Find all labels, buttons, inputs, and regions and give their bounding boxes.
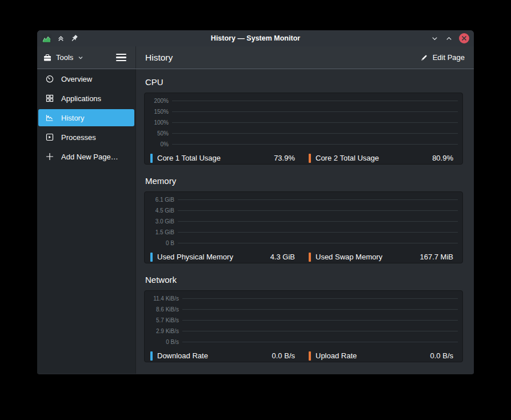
gridline <box>182 298 458 299</box>
tools-menu-button[interactable]: Tools <box>43 53 84 62</box>
y-tick-label: 100% <box>149 119 172 126</box>
network-legend: Download Rate 0.0 B/s Upload Rate 0.0 B/… <box>149 350 458 362</box>
edit-page-button[interactable]: Edit Page <box>420 53 465 62</box>
memory-plot: 6.1 GiB 4.5 GiB 3.0 GiB 1.5 GiB 0 B <box>149 194 458 249</box>
gridline <box>178 232 458 233</box>
sidebar-item-processes[interactable]: Processes <box>38 129 134 146</box>
y-tick-label: 4.5 GiB <box>149 207 178 214</box>
tools-label: Tools <box>56 53 73 62</box>
sidebar-item-add-new-page[interactable]: Add New Page… <box>38 148 134 165</box>
sidebar: Overview Applications <box>37 69 136 374</box>
system-monitor-window: History — System Monitor <box>37 30 474 374</box>
legend-item: Core 1 Total Usage 73.9% <box>150 152 298 164</box>
gridline <box>178 199 458 200</box>
network-chart-card: 11.4 KiB/s 8.6 KiB/s 5.7 KiB/s 2.9 KiB/s… <box>144 290 463 362</box>
series-marker <box>309 253 311 262</box>
gridline <box>172 101 458 101</box>
minimize-button[interactable] <box>430 34 439 43</box>
sidebar-toolbar: Tools <box>37 46 136 69</box>
series-marker <box>150 253 153 262</box>
sidebar-item-history[interactable]: History <box>38 109 134 126</box>
cpu-plot: 200% 150% 100% 50% 0% <box>149 95 458 150</box>
memory-legend: Used Physical Memory 4.3 GiB Used Swap M… <box>149 251 458 263</box>
legend-item: Download Rate 0.0 B/s <box>150 350 298 362</box>
sidebar-item-label: Applications <box>61 94 101 103</box>
y-tick-label: 50% <box>149 130 172 137</box>
legend-item: Used Physical Memory 4.3 GiB <box>150 251 298 263</box>
series-marker <box>150 351 153 361</box>
y-tick-label: 0% <box>149 141 172 147</box>
series-value: 4.3 GiB <box>270 253 298 261</box>
y-tick-label: 11.4 KiB/s <box>149 295 182 302</box>
chevron-down-icon <box>77 54 84 61</box>
gridline <box>182 331 458 331</box>
cpu-legend: Core 1 Total Usage 73.9% Core 2 Total Us… <box>149 152 458 164</box>
pencil-icon <box>420 53 429 62</box>
series-value: 80.9% <box>432 154 457 162</box>
memory-section-title: Memory <box>145 176 463 186</box>
sidebar-item-label: Add New Page… <box>61 153 118 161</box>
gridline <box>172 133 458 134</box>
sidebar-item-overview[interactable]: Overview <box>38 70 134 87</box>
sidebar-item-label: History <box>61 114 84 122</box>
y-tick-label: 1.5 GiB <box>149 229 178 235</box>
y-tick-label: 150% <box>149 109 172 115</box>
y-tick-label: 6.1 GiB <box>149 197 178 203</box>
y-tick-label: 200% <box>149 98 172 104</box>
gridline <box>172 111 458 112</box>
gridline <box>178 243 458 243</box>
y-tick-label: 2.9 KiB/s <box>149 328 182 334</box>
process-icon <box>45 133 54 142</box>
page-header: History Edit Page <box>136 46 474 69</box>
series-name: Download Rate <box>157 351 208 360</box>
history-page: CPU 200% 150% 100% 50% 0% Core 1 Total U… <box>136 69 474 374</box>
page-title: History <box>145 53 173 63</box>
close-button[interactable] <box>459 33 469 43</box>
sidebar-item-label: Processes <box>61 133 96 142</box>
network-section: Network 11.4 KiB/s 8.6 KiB/s 5.7 KiB/s 2… <box>144 275 463 362</box>
toolbar: Tools History Edit P <box>37 46 474 69</box>
memory-section: Memory 6.1 GiB 4.5 GiB 3.0 GiB 1.5 GiB 0… <box>144 176 463 263</box>
gridline <box>172 144 458 145</box>
series-marker <box>309 351 311 361</box>
gridline <box>182 342 458 342</box>
legend-item: Core 2 Total Usage 80.9% <box>309 152 457 164</box>
app-grid-icon <box>45 94 54 103</box>
edit-page-label: Edit Page <box>433 53 465 62</box>
cpu-section-title: CPU <box>145 77 463 87</box>
gridline <box>178 210 458 211</box>
network-plot: 11.4 KiB/s 8.6 KiB/s 5.7 KiB/s 2.9 KiB/s… <box>149 293 458 347</box>
y-tick-label: 8.6 KiB/s <box>149 306 182 313</box>
y-tick-label: 5.7 KiB/s <box>149 317 182 323</box>
legend-item: Upload Rate 0.0 B/s <box>309 350 457 362</box>
cpu-chart-card: 200% 150% 100% 50% 0% Core 1 Total Usage… <box>144 93 463 165</box>
keep-above-icon[interactable] <box>57 34 65 43</box>
series-value: 167.7 MiB <box>420 253 457 261</box>
gridline <box>182 320 458 321</box>
series-value: 0.0 B/s <box>272 351 298 360</box>
series-name: Used Physical Memory <box>157 253 233 261</box>
titlebar[interactable]: History — System Monitor <box>37 30 474 46</box>
y-tick-label: 0 B <box>149 240 178 246</box>
series-value: 0.0 B/s <box>430 351 457 360</box>
maximize-button[interactable] <box>445 34 453 43</box>
cpu-section: CPU 200% 150% 100% 50% 0% Core 1 Total U… <box>144 77 463 165</box>
series-name: Core 2 Total Usage <box>316 154 379 162</box>
y-tick-label: 3.0 GiB <box>149 218 178 225</box>
hamburger-menu-icon[interactable] <box>114 51 129 64</box>
line-chart-icon <box>45 113 54 122</box>
plus-icon <box>45 152 54 161</box>
memory-chart-card: 6.1 GiB 4.5 GiB 3.0 GiB 1.5 GiB 0 B Used… <box>144 191 463 263</box>
gauge-icon <box>45 74 54 83</box>
sidebar-item-label: Overview <box>61 75 92 83</box>
series-name: Used Swap Memory <box>316 253 382 261</box>
series-marker <box>309 154 311 163</box>
gridline <box>182 309 458 310</box>
sidebar-item-applications[interactable]: Applications <box>38 90 134 107</box>
pin-icon[interactable] <box>70 34 79 43</box>
y-tick-label: 0 B/s <box>149 339 182 345</box>
window-title: History — System Monitor <box>37 34 474 42</box>
network-section-title: Network <box>145 275 463 285</box>
gridline <box>172 122 458 123</box>
gridline <box>178 221 458 222</box>
